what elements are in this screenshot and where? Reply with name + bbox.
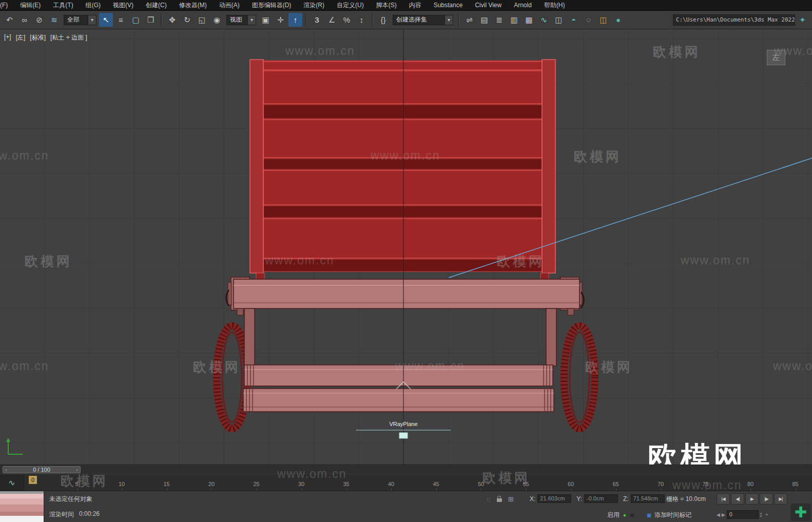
window-crossing-button[interactable]: ❐	[144, 13, 158, 27]
y-coordinate-field[interactable]: -0.0cm	[584, 494, 618, 503]
menu-item-2[interactable]: 工具(T)	[47, 1, 79, 10]
spinner-snap-button[interactable]: ↕	[355, 13, 369, 27]
schematic-view-button[interactable]: ◫	[552, 13, 566, 27]
menu-item-11[interactable]: 脚本(S)	[370, 1, 403, 10]
current-frame-marker[interactable]: 0	[29, 476, 37, 484]
render-production-button[interactable]: ●	[611, 13, 625, 27]
select-and-move-button[interactable]: ✥	[165, 13, 179, 27]
ref-coord-dropdown[interactable]: 视图▾	[226, 15, 256, 25]
menu-item-13[interactable]: Substance	[428, 2, 469, 9]
menu-item-1[interactable]: 编辑(E)	[14, 1, 47, 10]
enable-off-dot-icon[interactable]: ◉	[630, 512, 635, 518]
named-selection-sets-button[interactable]: {}	[376, 13, 390, 27]
viewport-label-1[interactable]: [左]	[16, 33, 26, 42]
time-config-icon[interactable]: ◔	[764, 511, 768, 518]
project-path-field[interactable]: C:\Users\Han\Documents\3ds Max 2022	[673, 14, 795, 26]
next-frame-button[interactable]: |▶	[760, 493, 773, 505]
frame-spinner[interactable]: ▴ ▾	[760, 512, 762, 518]
menu-item-5[interactable]: 创建(C)	[140, 1, 173, 10]
curve-editor-button[interactable]: ∿	[537, 13, 551, 27]
render-setup-button[interactable]: ◌	[582, 13, 595, 27]
isolate-selection-icon[interactable]: ◌	[487, 496, 491, 502]
viewport[interactable]: VRayPlane [+][左][标准][粘土 + 边面 ] 左 欧模网	[0, 29, 812, 465]
menu-item-9[interactable]: 渲染(R)	[297, 1, 331, 10]
bind-to-space-warp-button[interactable]: ≋	[47, 13, 61, 27]
frame-number-field[interactable]: 0	[727, 510, 759, 519]
menu-item-16[interactable]: 帮助(H)	[538, 1, 571, 10]
view-orientation-box[interactable]: 左	[767, 50, 785, 65]
previous-frame-button[interactable]: ◀|	[731, 493, 744, 505]
time-slider[interactable]: ‹ 0 / 100 ›	[0, 465, 812, 474]
angle-snap-button[interactable]: ∠	[325, 13, 339, 27]
slider-left-arrow-icon[interactable]: ‹	[5, 467, 7, 473]
viewport-label-2[interactable]: [标准]	[30, 33, 46, 42]
selection-filter-dropdown[interactable]: 全部▾	[64, 15, 96, 25]
layer-explorer-button[interactable]: ≣	[492, 13, 506, 27]
time-slider-thumb[interactable]: ‹ 0 / 100 ›	[3, 466, 81, 473]
select-and-link-button[interactable]: ∞	[17, 13, 31, 27]
spinner-down-icon[interactable]: ▾	[760, 515, 762, 518]
menu-item-3[interactable]: 组(G)	[80, 1, 107, 10]
menu-item-8[interactable]: 图形编辑器(D)	[246, 1, 298, 10]
scene-explorer-button[interactable]: ▥	[507, 13, 521, 27]
menu-item-15[interactable]: Arnold	[508, 2, 538, 9]
rendered-frame-window-button[interactable]: ◫	[596, 13, 610, 27]
track-bar[interactable]: ∿ 0 510152025303540455055606570758085	[0, 474, 812, 491]
percent-snap-button[interactable]: %	[340, 13, 354, 27]
keyboard-override-button[interactable]: ↑	[288, 13, 302, 27]
mini-curve-editor-button[interactable]: ∿	[0, 474, 24, 491]
z-coordinate-field[interactable]: 71.548cm	[631, 494, 665, 503]
frame-back-icon[interactable]: ◀	[717, 512, 720, 517]
slider-right-arrow-icon[interactable]: ›	[76, 467, 78, 473]
enable-on-dot-icon[interactable]: ●	[623, 513, 626, 518]
viewport-label-3[interactable]: [粘土 + 边面 ]	[50, 33, 87, 42]
material-editor-button[interactable]: ◓	[567, 13, 581, 27]
menu-item-12[interactable]: 内容	[403, 1, 428, 10]
create-selection-set-dropdown[interactable]: 创建选择集▾	[393, 15, 453, 25]
unlink-selection-button[interactable]: ⊘	[32, 13, 46, 27]
select-object-button[interactable]: ↖	[99, 13, 113, 27]
viewport-label-0[interactable]: [+]	[4, 33, 11, 42]
wheel-left[interactable]	[217, 326, 247, 429]
x-coordinate-field[interactable]: 21.603cm	[537, 494, 571, 503]
rect-selection-region-button[interactable]: ▢	[129, 13, 143, 27]
crate[interactable]	[250, 60, 555, 280]
chevron-down-icon[interactable]: ▾	[247, 15, 256, 25]
select-and-rotate-button[interactable]: ↻	[180, 13, 194, 27]
menu-item-10[interactable]: 自定义(U)	[331, 1, 370, 10]
select-and-manipulate-button[interactable]: ✛	[274, 13, 287, 27]
toolbar-separator	[372, 14, 373, 26]
chevron-down-icon[interactable]: ▾	[88, 15, 96, 25]
play-button[interactable]: ▶	[745, 493, 759, 505]
ruler-tick	[661, 489, 661, 491]
frame-forward-icon[interactable]: ▶	[722, 512, 725, 517]
z-label: Z:	[623, 495, 629, 502]
menu-item-0[interactable]: 文件(F)	[0, 1, 14, 10]
chassis[interactable]	[226, 277, 584, 412]
scene-canvas[interactable]: VRayPlane	[0, 29, 812, 465]
menu-item-6[interactable]: 修改器(M)	[173, 1, 213, 10]
align-button[interactable]: ▤	[477, 13, 491, 27]
undo-button[interactable]: ↶	[3, 13, 16, 27]
go-to-start-button[interactable]: |◀	[717, 493, 730, 505]
ribbon-toggle-button[interactable]: ▦	[522, 13, 536, 27]
go-to-end-button[interactable]: ▶|	[774, 493, 787, 505]
add-button[interactable]: ✚	[790, 504, 811, 521]
wheel-right[interactable]	[564, 326, 595, 429]
chevron-down-icon[interactable]: ▾	[444, 15, 453, 25]
mirror-button[interactable]: ⇌	[462, 13, 476, 27]
snap-toggle-3d-button[interactable]: 3	[310, 13, 324, 27]
add-time-tag-label[interactable]: 添加时间标记	[654, 511, 691, 519]
render-preview-thumbnail[interactable]	[0, 491, 44, 522]
menu-item-14[interactable]: Civil View	[469, 2, 508, 9]
workspace-button[interactable]: ✦	[796, 13, 809, 27]
select-by-name-button[interactable]: ≡	[114, 13, 128, 27]
menu-items: 文件(F)编辑(E)工具(T)组(G)视图(V)创建(C)修改器(M)动画(A)…	[0, 0, 812, 10]
absolute-mode-icon[interactable]: ⊞	[508, 496, 514, 502]
use-pivot-center-button[interactable]: ▣	[259, 13, 273, 27]
menu-item-4[interactable]: 视图(V)	[107, 1, 140, 10]
select-and-place-button[interactable]: ◉	[210, 13, 224, 27]
menu-item-7[interactable]: 动画(A)	[213, 1, 246, 10]
select-and-scale-button[interactable]: ◱	[195, 13, 209, 27]
selection-lock-icon[interactable]	[496, 495, 502, 502]
